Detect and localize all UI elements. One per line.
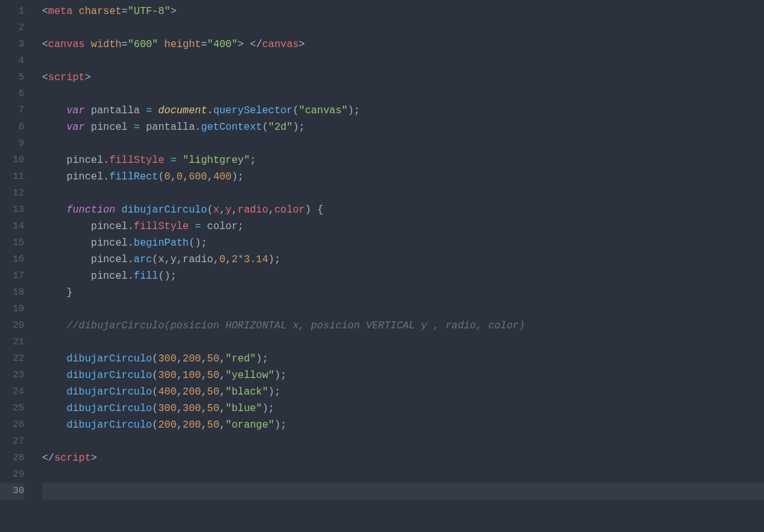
line-number[interactable]: 24 [0,384,24,400]
code-line[interactable]: <meta charset="UTF-8"> [42,3,764,20]
token: "blue" [225,403,262,414]
code-line[interactable]: pincel.arc(x,y,radio,0,2*3.14); [42,251,764,268]
line-number[interactable]: 20 [0,318,24,334]
token: "red" [225,353,256,365]
token: 200 [183,386,201,398]
line-number[interactable]: 1 [0,3,24,20]
line-number[interactable]: 13 [0,202,24,218]
code-line[interactable] [42,433,764,450]
code-line[interactable]: pincel.beginPath(); [42,235,764,251]
line-number[interactable]: 25 [0,400,24,417]
token: canvas [48,39,85,50]
token: "UTF-8" [127,6,170,17]
token: 400 [158,386,176,398]
line-number[interactable]: 19 [0,301,24,318]
token: , [176,403,183,414]
line-number[interactable]: 5 [0,69,24,86]
line-number[interactable]: 21 [0,334,24,351]
line-number[interactable]: 15 [0,235,24,251]
line-number[interactable]: 10 [0,152,24,169]
code-line[interactable]: dibujarCirculo(300,200,50,"red"); [42,351,764,367]
code-line[interactable]: <canvas width="600" height="400"> </canv… [42,36,764,53]
token: ); [268,254,280,265]
line-number[interactable]: 9 [0,136,24,152]
code-line[interactable]: pincel.fillStyle = "lightgrey"; [42,152,764,169]
code-area[interactable]: <meta charset="UTF-8"><canvas width="600… [31,0,764,532]
token: ( [152,370,159,381]
token: , [176,353,183,365]
line-number[interactable]: 3 [0,36,24,53]
code-line[interactable]: var pincel = pantalla.getContext("2d"); [42,119,764,136]
token: dibujarCirculo [66,386,152,398]
token: < [42,6,48,17]
line-number[interactable]: 29 [0,466,24,483]
line-number[interactable]: 16 [0,251,24,268]
line-number[interactable]: 26 [0,417,24,433]
code-line[interactable]: } [42,284,764,301]
code-line[interactable]: pincel.fillRect(0,0,600,400); [42,169,764,185]
token: > [85,72,91,83]
code-line[interactable]: pincel.fillStyle = color; [42,218,764,235]
code-line[interactable]: dibujarCirculo(300,300,50,"blue"); [42,400,764,417]
token [42,386,66,398]
line-number[interactable]: 12 [0,185,24,202]
line-number-gutter[interactable]: 1234567891011121314151617181920212223242… [0,0,31,532]
token [152,105,159,116]
code-line[interactable] [42,483,764,500]
code-line[interactable] [42,86,764,102]
token: y [225,204,232,216]
token: > [171,6,177,17]
line-number[interactable]: 14 [0,218,24,235]
token: charset [79,6,122,17]
line-number[interactable]: 6 [0,86,24,102]
code-line[interactable] [42,185,764,202]
token: , [219,370,225,381]
token: dibujarCirculo [66,353,152,365]
line-number[interactable]: 11 [0,169,24,185]
code-line[interactable]: <script> [42,69,764,86]
line-number[interactable]: 7 [0,102,24,119]
code-line[interactable]: dibujarCirculo(200,200,50,"orange"); [42,417,764,433]
token: = [171,155,177,166]
code-line[interactable]: var pantalla = document.querySelector("c… [42,102,764,119]
line-number[interactable]: 27 [0,433,24,450]
code-editor[interactable]: 1234567891011121314151617181920212223242… [0,0,764,532]
line-number[interactable]: 22 [0,351,24,367]
code-line[interactable]: dibujarCirculo(400,200,50,"black"); [42,384,764,400]
line-number[interactable]: 2 [0,20,24,36]
token: , [171,171,177,183]
code-line[interactable]: </script> [42,450,764,466]
token: pincel. [42,237,134,249]
code-line[interactable] [42,20,764,36]
code-line[interactable] [42,466,764,483]
code-line[interactable] [42,136,764,152]
line-number[interactable]: 8 [0,119,24,136]
token: 0 [219,254,225,265]
token: = [146,105,152,116]
code-line[interactable]: dibujarCirculo(300,100,50,"yellow"); [42,367,764,384]
line-number[interactable]: 23 [0,367,24,384]
token: "600" [127,39,158,50]
token: 200 [183,353,201,365]
line-number[interactable]: 28 [0,450,24,466]
code-line[interactable] [42,334,764,351]
code-line[interactable] [42,53,764,69]
line-number[interactable]: 30 [0,483,24,500]
token [42,419,66,431]
token: beginPath [134,237,188,249]
token: = [201,39,208,50]
token: "orange" [225,419,274,431]
line-number[interactable]: 18 [0,284,24,301]
line-number[interactable]: 4 [0,53,24,69]
code-line[interactable]: pincel.fill(); [42,268,764,284]
code-line[interactable]: //dibujarCirculo(posicion HORIZONTAL x, … [42,318,764,334]
token: "400" [207,39,237,50]
token: script [48,72,85,83]
line-number[interactable]: 17 [0,268,24,284]
token [42,320,66,332]
token: "2d" [268,122,292,133]
code-line[interactable]: function dibujarCirculo(x,y,radio,color)… [42,202,764,218]
token: < [42,72,48,83]
token: 50 [207,419,219,431]
code-line[interactable] [42,301,764,318]
